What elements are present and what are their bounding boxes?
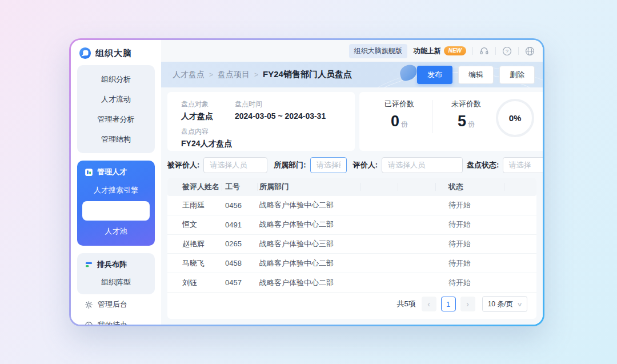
evaluatee-input[interactable] — [203, 157, 267, 173]
sidebar-group-formation-header: 排兵布阵 — [77, 253, 155, 272]
filter-label-department: 所属部门: — [274, 160, 306, 170]
progress-value: 0% — [509, 113, 522, 123]
app-logo: 组织大脑 — [71, 40, 161, 65]
edit-button[interactable]: 编辑 — [458, 66, 494, 84]
evaluatee-table-card: 被评人姓名 工号 所属部门 状态 王雨廷 0456 战略客户体验中心二部 — [167, 178, 536, 319]
cell-status: 待开始 — [436, 278, 504, 288]
table-header: 被评人姓名 工号 所属部门 状态 — [167, 178, 536, 196]
sidebar-item-admin-backend[interactable]: 管理后台 — [71, 294, 161, 315]
col-name: 被评人姓名 — [167, 183, 222, 191]
headset-icon — [479, 46, 489, 56]
review-time-field: 盘点时间 2024-03-05 ~ 2024-03-31 — [235, 99, 326, 122]
page-actions: 发布 编辑 删除 — [417, 66, 535, 84]
whats-new-link[interactable]: 功能上新 NEW — [414, 46, 466, 56]
stats-card: 已评价数 0份 未评价数 5份 0% — [359, 92, 543, 151]
customer-service-button[interactable] — [479, 46, 489, 56]
help-button[interactable]: ? — [502, 46, 512, 56]
sidebar-item-talent-review[interactable]: 人才盘点 — [82, 201, 150, 221]
page-number-1[interactable]: 1 — [441, 297, 456, 311]
gear-icon — [85, 301, 93, 309]
cell-department: 战略客户体验中心三部 — [258, 239, 360, 249]
cell-status: 待开始 — [436, 258, 504, 269]
pagination-total: 共5项 — [396, 299, 415, 309]
col-empty — [360, 183, 398, 191]
app-window: 组织大脑 组织分析 人才流动 管理者分析 管理结构 — [69, 38, 544, 326]
sidebar-item-talent-pool[interactable]: 人才池 — [77, 222, 155, 241]
review-object-field: 盘点对象 人才盘点 — [181, 99, 213, 122]
main-panel: 组织大脑旗舰版 功能上新 NEW — [161, 40, 543, 325]
table-row: 马晓飞 0458 战略客户体验中心二部 待开始 — [167, 254, 536, 273]
sidebar-group-formation: 排兵布阵 组织阵型 — [77, 253, 155, 294]
delete-button[interactable]: 删除 — [499, 66, 535, 84]
table-row: 王雨廷 0456 战略客户体验中心二部 待开始 — [167, 196, 536, 215]
sidebar-item-org-formation[interactable]: 组织阵型 — [77, 272, 155, 292]
col-status: 状态 — [436, 183, 504, 191]
filter-label-evaluator: 评价人: — [353, 160, 378, 170]
col-empty — [504, 183, 536, 191]
cell-department: 战略客户体验中心二部 — [258, 219, 360, 230]
page-size-select[interactable]: 10 条/页 ∨ — [482, 296, 527, 312]
language-button[interactable] — [525, 46, 535, 56]
cell-status: 待开始 — [436, 219, 504, 230]
next-page-button[interactable]: › — [460, 297, 475, 311]
chevron-right-icon: › — [466, 299, 469, 309]
app-title: 组织大脑 — [95, 48, 132, 59]
breadcrumb-separator: > — [254, 71, 258, 79]
stats-divider — [432, 100, 433, 133]
sidebar-item-talent-flow[interactable]: 人才流动 — [77, 89, 155, 109]
cell-department: 战略客户体验中心二部 — [258, 200, 360, 210]
sidebar-group-manage-talent: 管理人才 人才搜索引擎 人才盘点 人才池 — [77, 161, 155, 246]
cell-employee-id: 0491 — [222, 221, 258, 229]
cell-employee-id: 0458 — [222, 259, 258, 267]
org-brain-logo-icon — [79, 47, 91, 59]
cell-employee-id: 0457 — [222, 278, 258, 287]
breadcrumb-review-projects[interactable]: 盘点项目 — [218, 70, 250, 80]
cell-name: 刘钰 — [167, 278, 222, 288]
col-employee-id: 工号 — [222, 183, 258, 191]
cell-name: 赵艳辉 — [167, 239, 222, 249]
evaluated-count: 0 — [391, 113, 399, 130]
cell-employee-id: 0265 — [222, 239, 258, 248]
sidebar-item-mgmt-structure[interactable]: 管理结构 — [77, 129, 155, 149]
sidebar-group-analysis: 组织分析 人才流动 管理者分析 管理结构 — [77, 65, 155, 153]
manage-talent-icon — [85, 168, 93, 177]
cell-name: 王雨廷 — [167, 200, 222, 210]
breadcrumb-talent-review[interactable]: 人才盘点 — [173, 70, 205, 80]
breadcrumb-separator: > — [209, 71, 213, 79]
prev-page-button[interactable]: ‹ — [422, 297, 436, 311]
review-content-field: 盘点内容 FY24人才盘点 — [181, 127, 355, 149]
sidebar-item-talent-search[interactable]: 人才搜索引擎 — [77, 181, 155, 200]
table-row: 赵艳辉 0265 战略客户体验中心三部 待开始 — [167, 235, 536, 254]
sidebar-item-manager-analysis[interactable]: 管理者分析 — [77, 109, 155, 129]
publish-button[interactable]: 发布 — [417, 66, 452, 84]
breadcrumb: 人才盘点 > 盘点项目 > FY24销售部门人员盘点 — [173, 69, 352, 80]
clock-icon — [85, 321, 93, 325]
filter-bar: 被评价人: 所属部门: 评价人: 盘点状态: 请选择 ∨ — [167, 157, 536, 173]
review-status-select[interactable]: 请选择 ∨ — [503, 157, 543, 173]
cell-department: 战略客户体验中心二部 — [258, 278, 360, 288]
department-input[interactable] — [310, 157, 347, 173]
globe-icon — [525, 46, 535, 56]
topbar-divider — [472, 47, 473, 55]
unevaluated-count: 5 — [458, 113, 466, 130]
filter-label-evaluatee: 被评价人: — [167, 160, 199, 170]
new-badge: NEW — [444, 46, 466, 55]
topbar-divider — [495, 47, 496, 55]
page-header-band: 人才盘点 > 盘点项目 > FY24销售部门人员盘点 发布 编辑 删除 — [161, 62, 543, 87]
topbar: 组织大脑旗舰版 功能上新 NEW — [161, 40, 543, 62]
col-empty — [398, 183, 436, 191]
stat-evaluated: 已评价数 0份 — [370, 99, 429, 130]
cell-name: 恒文 — [167, 219, 222, 230]
chevron-left-icon: ‹ — [427, 299, 430, 309]
svg-text:?: ? — [506, 49, 508, 54]
sidebar: 组织大脑 组织分析 人才流动 管理者分析 管理结构 — [71, 40, 161, 325]
page-content: 盘点对象 人才盘点 盘点时间 2024-03-05 ~ 2024-03-31 盘… — [161, 87, 543, 325]
progress-ring: 0% — [496, 99, 534, 137]
sidebar-item-my-todo[interactable]: 我的待办 — [71, 315, 161, 325]
col-department: 所属部门 — [258, 183, 360, 191]
sidebar-item-org-analysis[interactable]: 组织分析 — [77, 69, 155, 89]
evaluator-input[interactable] — [382, 157, 463, 173]
table-row: 刘钰 0457 战略客户体验中心二部 待开始 — [167, 273, 536, 293]
cell-name: 马晓飞 — [167, 258, 222, 269]
cell-department: 战略客户体验中心二部 — [258, 258, 360, 269]
